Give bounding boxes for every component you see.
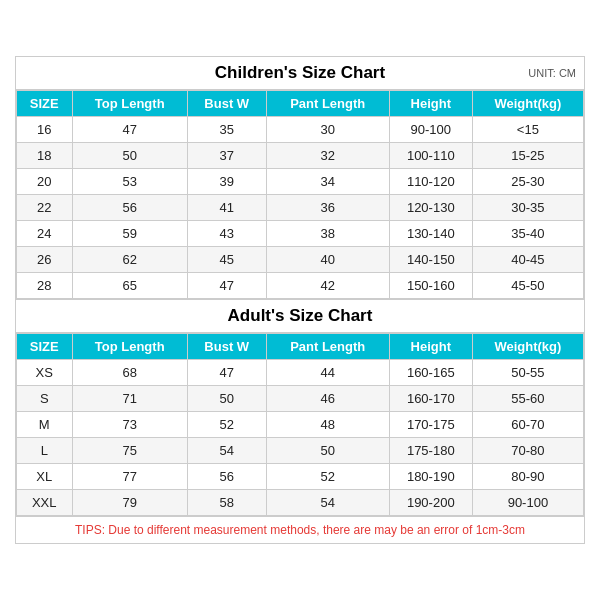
children-col-pantlength: Pant Length — [266, 91, 389, 117]
table-cell: 18 — [17, 143, 73, 169]
table-cell: 77 — [72, 464, 187, 490]
table-cell: 43 — [187, 221, 266, 247]
table-cell: 62 — [72, 247, 187, 273]
table-cell: L — [17, 438, 73, 464]
table-cell: 190-200 — [389, 490, 472, 516]
table-cell: 16 — [17, 117, 73, 143]
adult-table: SIZE Top Length Bust W Pant Length Heigh… — [16, 333, 584, 516]
table-cell: 110-120 — [389, 169, 472, 195]
table-cell: 50 — [266, 438, 389, 464]
table-cell: 160-170 — [389, 386, 472, 412]
size-chart-container: Children's Size Chart UNIT: CM SIZE Top … — [15, 56, 585, 544]
table-cell: 180-190 — [389, 464, 472, 490]
table-cell: 73 — [72, 412, 187, 438]
table-cell: 175-180 — [389, 438, 472, 464]
table-row: 18503732100-11015-25 — [17, 143, 584, 169]
table-cell: 22 — [17, 195, 73, 221]
table-cell: 30-35 — [472, 195, 583, 221]
table-cell: 59 — [72, 221, 187, 247]
table-cell: 20 — [17, 169, 73, 195]
table-cell: <15 — [472, 117, 583, 143]
unit-label: UNIT: CM — [528, 67, 576, 79]
table-cell: 47 — [187, 273, 266, 299]
table-row: 28654742150-16045-50 — [17, 273, 584, 299]
table-cell: 35-40 — [472, 221, 583, 247]
table-cell: 80-90 — [472, 464, 583, 490]
tips-row: TIPS: Due to different measurement metho… — [16, 516, 584, 543]
table-cell: 120-130 — [389, 195, 472, 221]
table-cell: 40-45 — [472, 247, 583, 273]
adult-col-weight: Weight(kg) — [472, 334, 583, 360]
table-cell: 15-25 — [472, 143, 583, 169]
table-row: 20533934110-12025-30 — [17, 169, 584, 195]
table-cell: 53 — [72, 169, 187, 195]
table-cell: 32 — [266, 143, 389, 169]
table-cell: 90-100 — [472, 490, 583, 516]
table-cell: 35 — [187, 117, 266, 143]
table-cell: 56 — [72, 195, 187, 221]
children-header-row: SIZE Top Length Bust W Pant Length Heigh… — [17, 91, 584, 117]
table-cell: M — [17, 412, 73, 438]
table-cell: 170-175 — [389, 412, 472, 438]
table-cell: 41 — [187, 195, 266, 221]
children-col-height: Height — [389, 91, 472, 117]
table-cell: 54 — [266, 490, 389, 516]
adult-title-row: Adult's Size Chart — [16, 299, 584, 333]
table-cell: 58 — [187, 490, 266, 516]
table-row: XL775652180-19080-90 — [17, 464, 584, 490]
table-cell: XXL — [17, 490, 73, 516]
adult-title: Adult's Size Chart — [228, 306, 373, 326]
adult-col-bustw: Bust W — [187, 334, 266, 360]
table-cell: 50-55 — [472, 360, 583, 386]
table-cell: 52 — [187, 412, 266, 438]
table-row: 1647353090-100<15 — [17, 117, 584, 143]
table-cell: 160-165 — [389, 360, 472, 386]
table-cell: 75 — [72, 438, 187, 464]
children-col-size: SIZE — [17, 91, 73, 117]
tips-text: TIPS: Due to different measurement metho… — [75, 523, 525, 537]
adult-table-head: SIZE Top Length Bust W Pant Length Heigh… — [17, 334, 584, 360]
table-row: 26624540140-15040-45 — [17, 247, 584, 273]
table-cell: 140-150 — [389, 247, 472, 273]
table-cell: 36 — [266, 195, 389, 221]
table-cell: 70-80 — [472, 438, 583, 464]
table-cell: 100-110 — [389, 143, 472, 169]
table-cell: 47 — [187, 360, 266, 386]
table-cell: 42 — [266, 273, 389, 299]
table-cell: 46 — [266, 386, 389, 412]
table-cell: 50 — [72, 143, 187, 169]
children-title-row: Children's Size Chart UNIT: CM — [16, 57, 584, 90]
table-cell: 60-70 — [472, 412, 583, 438]
adult-col-pantlength: Pant Length — [266, 334, 389, 360]
table-row: L755450175-18070-80 — [17, 438, 584, 464]
table-cell: 28 — [17, 273, 73, 299]
table-cell: 90-100 — [389, 117, 472, 143]
adult-col-toplength: Top Length — [72, 334, 187, 360]
table-row: 22564136120-13030-35 — [17, 195, 584, 221]
table-cell: 79 — [72, 490, 187, 516]
table-cell: 30 — [266, 117, 389, 143]
table-cell: 71 — [72, 386, 187, 412]
table-cell: 150-160 — [389, 273, 472, 299]
table-cell: 52 — [266, 464, 389, 490]
table-cell: 55-60 — [472, 386, 583, 412]
table-cell: 54 — [187, 438, 266, 464]
children-table-head: SIZE Top Length Bust W Pant Length Heigh… — [17, 91, 584, 117]
table-cell: 44 — [266, 360, 389, 386]
children-col-toplength: Top Length — [72, 91, 187, 117]
adult-header-row: SIZE Top Length Bust W Pant Length Heigh… — [17, 334, 584, 360]
table-cell: 38 — [266, 221, 389, 247]
table-cell: 50 — [187, 386, 266, 412]
children-col-bustw: Bust W — [187, 91, 266, 117]
children-table: SIZE Top Length Bust W Pant Length Heigh… — [16, 90, 584, 299]
table-cell: 68 — [72, 360, 187, 386]
table-cell: 37 — [187, 143, 266, 169]
table-row: XXL795854190-20090-100 — [17, 490, 584, 516]
table-cell: 39 — [187, 169, 266, 195]
table-cell: 56 — [187, 464, 266, 490]
children-col-weight: Weight(kg) — [472, 91, 583, 117]
children-table-body: 1647353090-100<1518503732100-11015-25205… — [17, 117, 584, 299]
table-cell: 40 — [266, 247, 389, 273]
table-row: 24594338130-14035-40 — [17, 221, 584, 247]
table-cell: 25-30 — [472, 169, 583, 195]
